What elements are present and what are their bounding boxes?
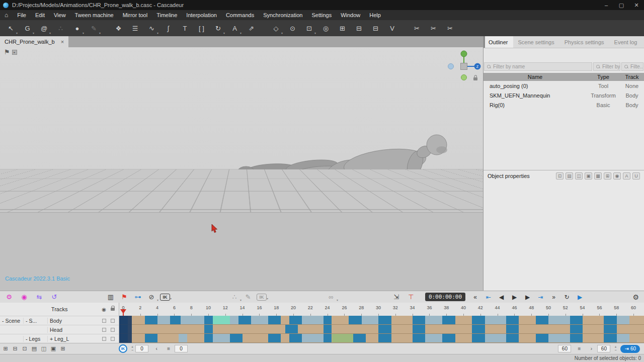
- timeline-segment[interactable]: [604, 316, 616, 324]
- interval-list-icon[interactable]: ≡: [165, 345, 173, 352]
- rotation-tool-icon[interactable]: ↻▾: [211, 22, 225, 34]
- pivot-pin-icon[interactable]: ⊤: [406, 293, 416, 302]
- frame-stepper-right[interactable]: + −: [614, 346, 616, 352]
- props-u-icon[interactable]: U: [632, 172, 640, 179]
- props-a-icon[interactable]: A: [623, 172, 630, 179]
- timeline-segment[interactable]: [378, 334, 391, 342]
- timeline-segment[interactable]: [442, 316, 455, 324]
- timeline-segment[interactable]: [506, 325, 519, 333]
- timeline-segment[interactable]: [604, 325, 616, 333]
- swap-arrows-icon[interactable]: ⇆: [34, 293, 44, 302]
- interval-chart-icon[interactable]: ▥: [106, 293, 116, 302]
- filter-input-3[interactable]: Filte...: [621, 62, 643, 71]
- timeline-track-legs[interactable]: [119, 334, 644, 343]
- flag-dropdown-icon[interactable]: ▸: [12, 50, 17, 55]
- viewport-3d[interactable]: Z ⚑ ▸ Cascadeur 2022.3.1 Basic: [0, 47, 483, 291]
- select-tool-icon[interactable]: ↖▾: [4, 22, 18, 34]
- timeline-segment[interactable]: [485, 334, 506, 342]
- timeline-segment[interactable]: [213, 334, 230, 342]
- timeline-segment[interactable]: [238, 316, 251, 324]
- timeline-segment[interactable]: [485, 316, 506, 324]
- auto-posing-circle-icon[interactable]: ◉: [19, 293, 29, 302]
- menu-item-file[interactable]: File: [13, 10, 31, 20]
- menu-item-tween-machine[interactable]: Tween machine: [70, 10, 118, 20]
- interval-list-right-icon[interactable]: ≡: [575, 345, 583, 352]
- timeline-segment[interactable]: [413, 334, 425, 342]
- refresh-cycle-icon[interactable]: ↺: [49, 293, 59, 302]
- ghost-mode-icon[interactable]: ∴▾: [229, 293, 239, 302]
- timeline-segment[interactable]: [413, 325, 425, 333]
- timeline-segment[interactable]: [230, 316, 238, 324]
- timeline-segment[interactable]: [179, 334, 187, 342]
- close-button[interactable]: ✕: [629, 0, 644, 10]
- menu-item-settings[interactable]: Settings: [307, 10, 336, 20]
- timeline-segment[interactable]: [570, 325, 583, 333]
- mannequin-figure[interactable]: [229, 128, 483, 193]
- timeline-track-body[interactable]: [119, 316, 644, 325]
- timeline-segment[interactable]: [472, 316, 485, 324]
- pivot-target-tool-icon[interactable]: ◇▾: [269, 22, 283, 34]
- tab-outliner[interactable]: Outliner: [484, 36, 513, 48]
- menu-item-window[interactable]: Window: [336, 10, 365, 20]
- scissors-2-tool-icon[interactable]: ✂: [427, 22, 440, 34]
- track-lock-checkbox[interactable]: [111, 328, 115, 332]
- character-pose-tool-icon[interactable]: ⇗: [245, 22, 258, 34]
- frame-stepper-left[interactable]: + −: [131, 346, 133, 352]
- timeline-segment[interactable]: [353, 334, 366, 342]
- timeline-segment[interactable]: [425, 334, 442, 342]
- prev-frame-button[interactable]: ◀: [496, 293, 507, 302]
- keyframe-flag-icon[interactable]: ⚑: [119, 293, 129, 302]
- timeline-segment[interactable]: [536, 316, 548, 324]
- timeline-segment[interactable]: [378, 316, 391, 324]
- props-layout-2-icon[interactable]: ▤: [566, 172, 573, 179]
- menu-item-edit[interactable]: Edit: [31, 10, 49, 20]
- scene-nodes-tool-icon[interactable]: ⊟: [352, 22, 366, 34]
- timeline-layout-7-icon[interactable]: ⊞: [59, 345, 66, 352]
- filter-input-2[interactable]: Filter by...: [593, 62, 620, 71]
- auto-posing-gear-icon[interactable]: ⚙: [4, 293, 14, 302]
- document-tab[interactable]: CHR_Prone_walk_b ×: [0, 36, 68, 47]
- track-row-2[interactable]: Head: [0, 325, 119, 334]
- timeline-segment[interactable]: [213, 316, 230, 324]
- track-lock-checkbox[interactable]: [111, 319, 115, 323]
- text-box-tool-icon[interactable]: T: [178, 22, 192, 34]
- tab-close-icon[interactable]: ×: [61, 39, 64, 45]
- play-button[interactable]: ▶: [509, 293, 520, 302]
- tab-event-log[interactable]: Event log: [609, 36, 642, 48]
- timeline-segment[interactable]: [289, 334, 302, 342]
- timeline-segment[interactable]: [442, 334, 455, 342]
- timeline-segment[interactable]: [230, 334, 243, 342]
- play-modified-button[interactable]: ▶: [574, 293, 586, 302]
- filter-input-1[interactable]: Filter by name: [484, 62, 592, 71]
- layers-tool-icon[interactable]: ☰: [128, 22, 142, 34]
- end-frame-button[interactable]: ⇥ 60: [620, 345, 640, 353]
- timeline-segment[interactable]: [251, 316, 268, 324]
- stepper-minus-icon[interactable]: −: [614, 349, 616, 352]
- menu-item-mirror-tool[interactable]: Mirror tool: [118, 10, 152, 20]
- timeline-grid[interactable]: [119, 316, 644, 343]
- menu-item-synchronization[interactable]: Synchronization: [259, 10, 307, 20]
- axis-gizmo[interactable]: Z: [447, 49, 483, 82]
- next-frame-button[interactable]: ▶: [522, 293, 533, 302]
- magnet-tool-icon[interactable]: @▾: [37, 22, 51, 34]
- no-interpolation-icon[interactable]: ⊘▾: [146, 293, 156, 302]
- track-row-3[interactable]: - Legs+ Leg_L: [0, 334, 119, 343]
- timeline-segment[interactable]: [268, 334, 281, 342]
- timeline-segment[interactable]: [506, 316, 519, 324]
- timeline-segment[interactable]: [570, 316, 583, 324]
- angle-snap-tool-icon[interactable]: A▾: [228, 22, 242, 34]
- spline-tool-icon[interactable]: ∫: [162, 22, 175, 34]
- menu-item-help[interactable]: Help: [365, 10, 385, 20]
- maximize-button[interactable]: ▢: [614, 0, 629, 10]
- point-tool-icon[interactable]: ●▾: [70, 22, 84, 34]
- timeline-track-head[interactable]: [119, 325, 644, 334]
- stepper-minus-icon[interactable]: −: [131, 349, 133, 352]
- timeline-segment[interactable]: [302, 334, 323, 342]
- jump-end-button[interactable]: ⇥: [535, 293, 546, 302]
- props-layout-4-icon[interactable]: ▣: [585, 172, 592, 179]
- ik-secondary-icon[interactable]: IK▾: [257, 294, 267, 301]
- timeline-layout-1-icon[interactable]: ⊞: [2, 345, 9, 352]
- menu-item-interpolation[interactable]: Interpolation: [182, 10, 221, 20]
- key-icon[interactable]: ⊶: [133, 293, 143, 302]
- timeline-segment[interactable]: [170, 316, 180, 324]
